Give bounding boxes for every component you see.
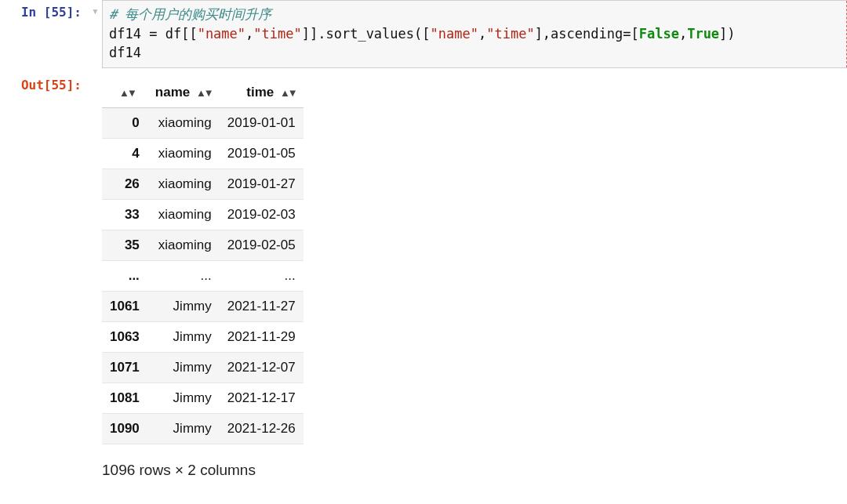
cell-name: Jimmy: [147, 383, 220, 413]
table-row: 33xiaoming2019-02-03: [102, 199, 304, 230]
cell-time: 2021-11-29: [220, 321, 304, 352]
code-editor[interactable]: # 每个用户的购买时间升序 df14 = df[["name","time"]]…: [102, 0, 847, 68]
table-row: 0xiaoming2019-01-01: [102, 107, 304, 138]
cell-time: 2019-01-05: [220, 138, 304, 169]
cell-name: xiaoming: [147, 199, 220, 230]
code-token: True: [687, 26, 719, 42]
collapse-icon[interactable]: ▼: [91, 7, 99, 16]
output-prompt: Out[55]:: [0, 73, 88, 92]
table-row: 1081Jimmy2021-12-17: [102, 383, 304, 413]
code-token: "name": [431, 26, 478, 42]
code-token: df14: [109, 45, 141, 60]
row-index: 0: [102, 107, 147, 138]
cell-time: 2019-02-05: [220, 230, 304, 260]
table-header-row: ▲▼ name ▲▼ time ▲▼: [102, 78, 304, 108]
output-gutter: [88, 73, 102, 79]
code-token: ([: [414, 26, 430, 42]
code-token: "name": [198, 26, 245, 42]
cell-time: ...: [220, 260, 304, 291]
cell-time: 2019-01-27: [220, 169, 304, 199]
code-token: sort_values: [325, 26, 414, 42]
row-index: 1081: [102, 383, 147, 413]
cell-name: Jimmy: [147, 321, 220, 352]
code-token: ,: [245, 26, 253, 42]
cell-name: Jimmy: [147, 352, 220, 383]
cell-name: ...: [147, 260, 220, 291]
sort-icon[interactable]: ▲▼: [280, 87, 296, 99]
cell-name: xiaoming: [147, 107, 220, 138]
code-token: df14: [109, 26, 141, 42]
row-index: ...: [102, 260, 147, 291]
code-token: "time": [253, 26, 301, 42]
row-index: 26: [102, 169, 147, 199]
row-index: 1063: [102, 321, 147, 352]
cell-time: 2021-11-27: [220, 291, 304, 321]
sort-icon[interactable]: ▲▼: [119, 87, 135, 99]
input-prompt: In [55]:: [0, 0, 88, 20]
table-row: 1061Jimmy2021-11-27: [102, 291, 304, 321]
cell-time: 2021-12-26: [220, 413, 304, 444]
row-index: 4: [102, 138, 147, 169]
table-row: .........: [102, 260, 304, 291]
code-comment: # 每个用户的购买时间升序: [109, 6, 271, 22]
column-label: name: [155, 85, 190, 100]
code-token: df: [165, 26, 181, 42]
table-row: 26xiaoming2019-01-27: [102, 169, 304, 199]
cell-name: xiaoming: [147, 230, 220, 260]
dataframe-table: ▲▼ name ▲▼ time ▲▼ 0xiaoming2019-01-014x…: [102, 78, 304, 444]
cell-name: xiaoming: [147, 138, 220, 169]
cell-time: 2019-01-01: [220, 107, 304, 138]
code-token: =[: [623, 26, 638, 42]
output-area: ▲▼ name ▲▼ time ▲▼ 0xiaoming2019-01-014x…: [102, 73, 847, 479]
cell-name: Jimmy: [147, 413, 220, 444]
code-token: False: [639, 26, 679, 42]
table-row: 1063Jimmy2021-11-29: [102, 321, 304, 352]
table-row: 4xiaoming2019-01-05: [102, 138, 304, 169]
dataframe-summary: 1096 rows × 2 columns: [102, 462, 847, 479]
code-token: [[: [181, 26, 197, 42]
cell-time: 2021-12-17: [220, 383, 304, 413]
code-token: =: [141, 26, 165, 42]
code-token: ],: [535, 26, 551, 42]
index-header[interactable]: ▲▼: [102, 78, 147, 108]
table-row: 1071Jimmy2021-12-07: [102, 352, 304, 383]
input-cell: In [55]: ▼ # 每个用户的购买时间升序 df14 = df[["nam…: [0, 0, 847, 68]
sort-icon[interactable]: ▲▼: [196, 87, 212, 99]
row-index: 1090: [102, 413, 147, 444]
table-row: 1090Jimmy2021-12-26: [102, 413, 304, 444]
code-token: ]].: [302, 26, 326, 42]
code-token: "time": [486, 26, 534, 42]
column-header-time[interactable]: time ▲▼: [220, 78, 304, 108]
cell-name: xiaoming: [147, 169, 220, 199]
column-label: time: [246, 85, 274, 100]
code-token: ]): [719, 26, 735, 42]
output-cell: Out[55]: ▲▼ name ▲▼ time ▲▼: [0, 73, 847, 479]
row-index: 1061: [102, 291, 147, 321]
cell-time: 2021-12-07: [220, 352, 304, 383]
code-token: ,: [679, 26, 687, 42]
cell-gutter[interactable]: ▼: [88, 0, 102, 16]
cell-name: Jimmy: [147, 291, 220, 321]
row-index: 35: [102, 230, 147, 260]
row-index: 33: [102, 199, 147, 230]
table-row: 35xiaoming2019-02-05: [102, 230, 304, 260]
row-index: 1071: [102, 352, 147, 383]
code-token: ,: [478, 26, 486, 42]
column-header-name[interactable]: name ▲▼: [147, 78, 220, 108]
cell-time: 2019-02-03: [220, 199, 304, 230]
code-token: ascending: [551, 26, 623, 42]
